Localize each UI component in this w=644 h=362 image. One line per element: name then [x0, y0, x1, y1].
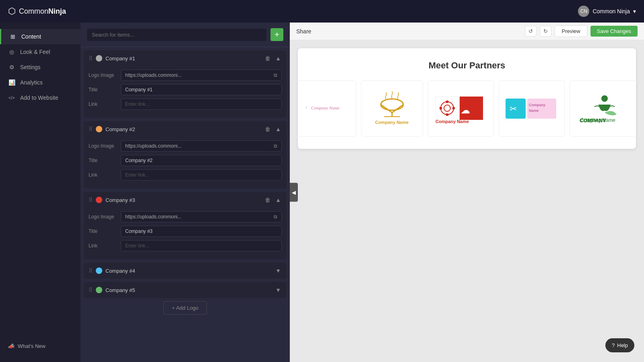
add-logo-button[interactable]: + Add Logo: [163, 301, 207, 315]
title-input-1[interactable]: [121, 84, 282, 95]
delete-company-1[interactable]: 🗑: [264, 54, 271, 62]
company-title-5: Company #5: [105, 287, 271, 293]
logo-image-input-1[interactable]: https://uploads.commoni... ⧉: [121, 70, 282, 81]
whats-new-item[interactable]: 📣 What's New: [0, 337, 80, 356]
expand-company-5[interactable]: ▼: [275, 286, 282, 294]
sidebar-label-settings: Settings: [20, 64, 41, 70]
help-label: Help: [617, 342, 628, 348]
sidebar-item-content[interactable]: ⊞ Content: [0, 29, 80, 44]
logo-image-input-2[interactable]: https://uploads.commoni... ⧉: [121, 140, 282, 152]
user-menu[interactable]: CN Common Ninja ▾: [578, 6, 636, 17]
help-icon: ?: [612, 342, 615, 348]
svg-rect-13: [440, 107, 442, 109]
redo-button[interactable]: ↻: [540, 26, 551, 37]
company-actions-1: 🗑 ▲: [264, 54, 282, 62]
logo-svg-4: ✂ Company Name: [506, 97, 558, 121]
company-item-2: ⠿ Company #2 🗑 ▲ Logo Image https://uplo: [84, 121, 287, 189]
link-label-1: Link: [89, 101, 121, 107]
add-to-website-icon: </>: [8, 94, 15, 101]
svg-text:☁: ☁: [461, 105, 470, 115]
delete-company-2[interactable]: 🗑: [264, 125, 271, 133]
title-label-1: Title: [89, 87, 121, 93]
collapse-company-1[interactable]: ▲: [275, 54, 282, 62]
svg-text:ﾒ: ﾒ: [305, 106, 307, 109]
logo-image-input-3[interactable]: https://uploads.commoni... ⧉: [121, 211, 282, 222]
sidebar-item-add-to-website[interactable]: </> Add to Website: [0, 90, 80, 105]
company-title-2: Company #2: [105, 126, 261, 132]
link-row-3: Link: [89, 240, 282, 251]
logo-image-row-1: Logo Image https://uploads.commoni... ⧉: [89, 70, 282, 81]
svg-text:Name: Name: [529, 109, 539, 113]
title-field-2[interactable]: [125, 158, 277, 163]
company-header-4[interactable]: ⠿ Company #4 ▼: [84, 263, 287, 279]
title-input-3[interactable]: [121, 226, 282, 237]
link-field-2[interactable]: [125, 172, 277, 178]
company-actions-2: 🗑 ▲: [264, 125, 282, 133]
company-title-4: Company #4: [105, 268, 271, 274]
logos-grid: ﾒ Company Name: [306, 80, 628, 137]
sidebar-item-look-feel[interactable]: ◎ Look & Feel: [0, 44, 80, 60]
preview-top-bar: Share ↺ ↻ Preview Save Changes: [290, 23, 644, 40]
company-dot-5: [96, 287, 102, 293]
svg-text:✂: ✂: [510, 104, 517, 114]
collapse-company-3[interactable]: ▲: [275, 196, 282, 204]
collapse-company-2[interactable]: ▲: [275, 125, 282, 133]
company-header-1[interactable]: ⠿ Company #1 🗑 ▲: [84, 50, 287, 66]
title-label-3: Title: [89, 228, 121, 234]
help-button[interactable]: ? Help: [605, 338, 634, 352]
drag-handle-2[interactable]: ⠿: [89, 126, 93, 132]
save-changes-button[interactable]: Save Changes: [590, 26, 638, 37]
drag-handle-4[interactable]: ⠿: [89, 267, 93, 274]
svg-rect-8: [436, 97, 459, 120]
logo-svg-2: Company Name: [368, 88, 416, 129]
title-field-1[interactable]: [125, 87, 277, 93]
link-input-2[interactable]: [121, 169, 282, 181]
company-actions-4: ▼: [275, 267, 282, 275]
settings-icon: ⚙: [8, 64, 15, 71]
title-field-3[interactable]: [125, 228, 277, 234]
svg-point-2: [381, 99, 403, 110]
drag-handle-3[interactable]: ⠿: [89, 197, 93, 203]
undo-button[interactable]: ↺: [525, 26, 537, 37]
svg-rect-12: [446, 113, 448, 116]
company-fields-2: Logo Image https://uploads.commoni... ⧉ …: [84, 137, 287, 189]
company-dot-2: [96, 126, 102, 132]
analytics-icon: 📊: [8, 79, 15, 86]
company-header-2[interactable]: ⠿ Company #2 🗑 ▲: [84, 121, 287, 137]
link-label-2: Link: [89, 172, 121, 178]
copy-logo-1[interactable]: ⧉: [274, 72, 277, 78]
sidebar-item-settings[interactable]: ⚙ Settings: [0, 60, 80, 75]
company-dot-3: [96, 197, 102, 203]
svg-text:Company Name: Company Name: [436, 119, 469, 124]
logo-image-label-1: Logo Image: [89, 72, 121, 78]
copy-logo-2[interactable]: ⧉: [274, 143, 277, 149]
link-field-1[interactable]: [125, 101, 277, 107]
link-input-1[interactable]: [121, 99, 282, 110]
collapse-panel-button[interactable]: ◀: [290, 183, 298, 202]
svg-point-23: [601, 95, 608, 102]
add-item-button[interactable]: +: [270, 28, 283, 41]
svg-text:Company Name: Company Name: [375, 120, 409, 125]
logo-image-label-2: Logo Image: [89, 143, 121, 149]
company-header-5[interactable]: ⠿ Company #5 ▼: [84, 282, 287, 298]
sidebar-label-content: Content: [21, 33, 41, 40]
company-header-3[interactable]: ⠿ Company #3 🗑 ▲: [84, 192, 287, 208]
svg-text:Company Name: Company Name: [580, 117, 615, 123]
sidebar-item-analytics[interactable]: 📊 Analytics: [0, 75, 80, 90]
widget-title: Meet Our Partners: [306, 60, 628, 71]
app-logo: ⬡ CommonNinja: [8, 6, 66, 16]
drag-handle-5[interactable]: ⠿: [89, 287, 93, 293]
link-input-3[interactable]: [121, 240, 282, 251]
copy-logo-3[interactable]: ⧉: [274, 214, 277, 220]
search-input[interactable]: [87, 29, 266, 41]
delete-company-3[interactable]: 🗑: [264, 196, 271, 204]
svg-line-3: [381, 105, 392, 113]
title-input-2[interactable]: [121, 155, 282, 166]
expand-company-4[interactable]: ▼: [275, 267, 282, 275]
link-field-3[interactable]: [125, 243, 277, 249]
preview-button[interactable]: Preview: [555, 25, 587, 37]
drag-handle-1[interactable]: ⠿: [89, 55, 93, 62]
sidebar-label-analytics: Analytics: [20, 79, 43, 86]
company-actions-3: 🗑 ▲: [264, 196, 282, 204]
svg-text:Company Name: Company Name: [311, 105, 340, 110]
